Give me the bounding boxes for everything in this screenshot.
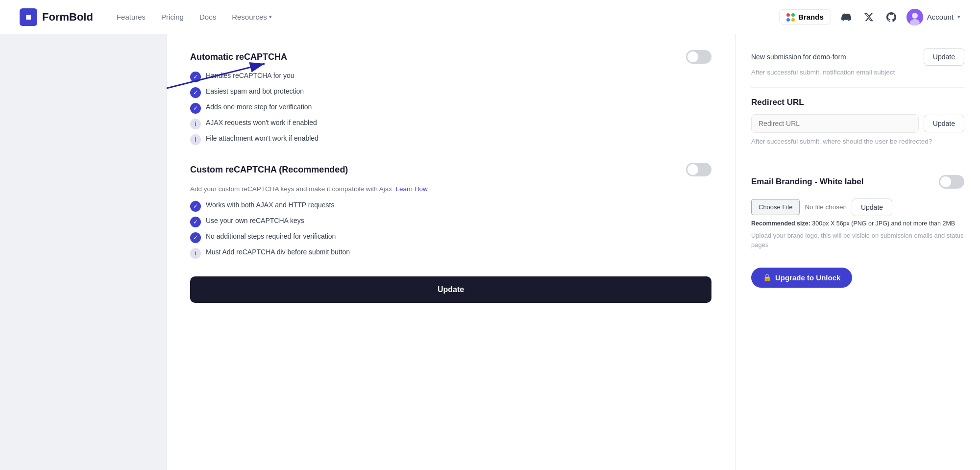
list-item: i Must Add reCAPTCHA div before submit b… [190, 248, 711, 259]
nav-links: Features Pricing Docs Resources ▾ [117, 13, 272, 21]
automatic-recaptcha-toggle[interactable] [686, 50, 711, 64]
custom-recaptcha-toggle[interactable] [686, 163, 711, 176]
redirect-url-input[interactable] [751, 114, 919, 133]
custom-recaptcha-header: Custom reCAPTCHA (Recommended) [190, 163, 711, 176]
check-icon: ✓ [190, 201, 201, 212]
nav-link-resources[interactable]: Resources ▾ [232, 13, 272, 21]
feature-label: Must Add reCAPTCHA div before submit but… [206, 248, 350, 256]
check-icon: ✓ [190, 103, 201, 114]
notification-label: New submission for demo-form [751, 53, 846, 61]
upload-desc: Upload your brand logo, this will be vis… [751, 231, 964, 250]
feature-label: Adds one more step for verification [206, 103, 312, 111]
avatar [906, 9, 923, 25]
custom-recaptcha-desc: Add your custom reCAPTCHA keys and make … [190, 184, 711, 194]
notification-desc: After successful submit, notification em… [751, 68, 964, 77]
feature-label: Handles reCAPTCHA for you [206, 72, 294, 79]
feature-label: No additional steps required for verific… [206, 232, 336, 240]
account-label: Account [927, 13, 954, 21]
main-content: Automatic reCAPTCHA ✓ Handles reCAPTCHA … [167, 34, 735, 470]
navbar: ■ FormBold Features Pricing Docs Resourc… [0, 0, 980, 34]
check-icon: ✓ [190, 217, 201, 227]
redirect-url-update-button[interactable]: Update [924, 115, 964, 132]
twitter-icon[interactable] [861, 10, 876, 25]
redirect-url-title: Redirect URL [751, 98, 964, 107]
update-button[interactable]: Update [190, 276, 711, 303]
file-upload-update-button[interactable]: Update [852, 198, 892, 216]
lock-icon: 🔒 [763, 273, 771, 281]
recommended-size-label: Recommended size: 300px X 56px (PNG or J… [751, 220, 964, 227]
divider [751, 87, 964, 88]
discord-icon[interactable] [839, 10, 854, 25]
brands-label: Brands [798, 13, 824, 21]
file-name-label: No file chosen [805, 203, 847, 211]
email-branding-title: Email Branding - White label [751, 177, 864, 187]
nav-link-docs[interactable]: Docs [199, 13, 216, 21]
sidebar [0, 34, 167, 470]
divider-2 [751, 165, 964, 165]
nav-link-pricing[interactable]: Pricing [161, 13, 184, 21]
right-panel: New submission for demo-form Update Afte… [735, 34, 980, 470]
chevron-down-icon: ▾ [269, 14, 272, 20]
list-item: ✓ Handles reCAPTCHA for you [190, 72, 711, 82]
notification-update-button[interactable]: Update [924, 48, 964, 66]
redirect-url-section: Redirect URL Update After successful sub… [751, 98, 964, 147]
page-body: Automatic reCAPTCHA ✓ Handles reCAPTCHA … [0, 34, 980, 470]
upgrade-button[interactable]: 🔒 Upgrade to Unlock [751, 268, 852, 288]
navbar-right: Brands Account ▾ [779, 9, 960, 25]
automatic-recaptcha-section: Automatic reCAPTCHA ✓ Handles reCAPTCHA … [190, 50, 711, 145]
info-icon: i [190, 134, 201, 145]
nav-link-features[interactable]: Features [117, 13, 146, 21]
upgrade-label: Upgrade to Unlock [775, 273, 840, 282]
info-icon: i [190, 248, 201, 259]
brands-dots-icon [786, 13, 794, 21]
automatic-recaptcha-features: ✓ Handles reCAPTCHA for you ✓ Easiest sp… [190, 72, 711, 145]
feature-label: Easiest spam and bot protection [206, 87, 304, 95]
feature-label: File attachment won't work if enabled [206, 134, 318, 142]
check-icon: ✓ [190, 87, 201, 98]
email-branding-toggle[interactable] [939, 175, 964, 189]
list-item: ✓ Adds one more step for verification [190, 103, 711, 114]
file-row: Choose File No file chosen Update [751, 198, 964, 216]
custom-recaptcha-features: ✓ Works with both AJAX and HTTP requests… [190, 201, 711, 259]
logo-icon: ■ [20, 8, 37, 26]
learn-how-link[interactable]: Learn How [395, 185, 427, 193]
list-item: ✓ Works with both AJAX and HTTP requests [190, 201, 711, 212]
redirect-url-desc: After successful submit, where should th… [751, 137, 964, 147]
check-icon: ✓ [190, 232, 201, 243]
navbar-left: ■ FormBold Features Pricing Docs Resourc… [20, 8, 272, 26]
check-icon: ✓ [190, 72, 201, 82]
feature-label: Use your own reCAPTCHA keys [206, 217, 304, 224]
account-button[interactable]: Account ▾ [906, 9, 960, 25]
logo[interactable]: ■ FormBold [20, 8, 93, 26]
account-chevron-icon: ▾ [957, 14, 960, 20]
logo-text: FormBold [42, 11, 93, 24]
list-item: ✓ Easiest spam and bot protection [190, 87, 711, 98]
svg-point-1 [912, 13, 918, 19]
github-icon[interactable] [884, 10, 899, 25]
feature-label: AJAX requests won't work if enabled [206, 119, 317, 126]
feature-label: Works with both AJAX and HTTP requests [206, 201, 335, 209]
choose-file-button[interactable]: Choose File [751, 199, 800, 215]
redirect-url-input-row: Update [751, 114, 964, 133]
automatic-recaptcha-title: Automatic reCAPTCHA [190, 52, 287, 62]
list-item: i File attachment won't work if enabled [190, 134, 711, 145]
custom-recaptcha-section: Custom reCAPTCHA (Recommended) Add your … [190, 163, 711, 259]
file-upload-section: Choose File No file chosen Update Recomm… [751, 198, 964, 250]
list-item: ✓ Use your own reCAPTCHA keys [190, 217, 711, 227]
list-item: ✓ No additional steps required for verif… [190, 232, 711, 243]
info-icon: i [190, 119, 201, 129]
list-item: i AJAX requests won't work if enabled [190, 119, 711, 129]
brands-button[interactable]: Brands [779, 9, 831, 25]
custom-recaptcha-title: Custom reCAPTCHA (Recommended) [190, 165, 348, 175]
email-branding-row: Email Branding - White label [751, 175, 964, 189]
notification-row: New submission for demo-form Update [751, 48, 964, 66]
automatic-recaptcha-header: Automatic reCAPTCHA [190, 50, 711, 64]
